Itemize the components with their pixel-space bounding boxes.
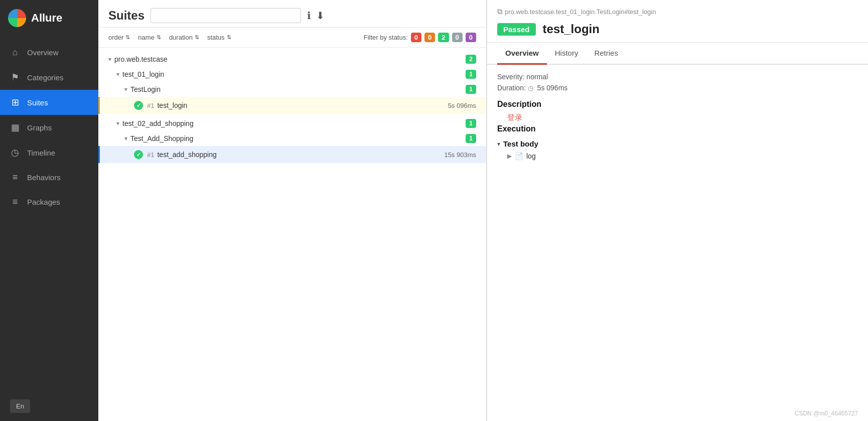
sidebar-item-overview[interactable]: ⌂ Overview xyxy=(0,40,98,65)
test-item-test-add-shopping[interactable]: ✓ #1 test_add_shopping 15s 903ms xyxy=(98,146,486,163)
suite-group-pro-web-testcase: ▾ pro.web.testcase 2 ▾ test_01_login 1 ▾… xyxy=(98,52,486,163)
test-number: #1 xyxy=(147,102,154,109)
detail-tabs: Overview History Retries xyxy=(487,43,868,65)
suite-count: 1 xyxy=(466,119,476,128)
description-title: Description xyxy=(497,100,858,109)
sidebar-footer: En xyxy=(0,391,98,421)
test-duration: 15s 903ms xyxy=(444,151,476,159)
status-badge-failed[interactable]: 0 xyxy=(411,33,421,42)
sidebar-item-behaviors[interactable]: ≡ Behaviors xyxy=(0,165,98,190)
test-item-test-login[interactable]: ✓ #1 test_login 5s 096ms xyxy=(98,97,486,114)
description-text: 登录 xyxy=(507,113,858,122)
suite-row-testlogin[interactable]: ▾ TestLogin 1 xyxy=(98,82,486,97)
suite-name: Test_Add_Shopping xyxy=(130,134,466,143)
suite-row-test02[interactable]: ▾ test_02_add_shopping 1 xyxy=(98,116,486,131)
log-row[interactable]: ▶ 📄 log xyxy=(507,150,858,162)
sidebar-item-graphs[interactable]: ▦ Graphs xyxy=(0,115,98,140)
test-duration: 5s 096ms xyxy=(448,102,476,109)
detail-test-name: test_login xyxy=(543,22,600,36)
tab-retries[interactable]: Retries xyxy=(586,43,626,65)
filter-status: Filter by status: 0 0 2 0 0 xyxy=(364,33,476,42)
suite-count: 1 xyxy=(466,134,476,143)
filter-label: Filter by status: xyxy=(364,34,408,41)
status-badge-unknown[interactable]: 0 xyxy=(466,33,476,42)
breadcrumb-text: pro.web.testcase.test_01_login.TestLogin… xyxy=(505,8,656,16)
sort-order-button[interactable]: order xyxy=(108,34,130,41)
breadcrumb-copy-icon: ⧉ xyxy=(497,7,503,16)
filter-bar: order name duration status Filter by sta… xyxy=(98,28,486,48)
test-body-label: Test body xyxy=(503,139,538,148)
sort-status-button[interactable]: status xyxy=(207,34,231,41)
behaviors-icon: ≡ xyxy=(10,172,20,183)
suite-row-test-add-shopping[interactable]: ▾ Test_Add_Shopping 1 xyxy=(98,131,486,146)
sidebar: Allure ⌂ Overview ⚑ Categories ⊞ Suites … xyxy=(0,0,98,421)
sidebar-item-suites[interactable]: ⊞ Suites xyxy=(0,90,98,115)
chevron-icon: ▾ xyxy=(108,56,111,63)
sort-name-button[interactable]: name xyxy=(138,34,161,41)
clock-icon: ◷ xyxy=(528,84,533,92)
sidebar-item-timeline[interactable]: ◷ Timeline xyxy=(0,140,98,165)
sidebar-item-label-behaviors: Behaviors xyxy=(27,173,61,182)
severity-label: Severity: xyxy=(497,73,524,81)
duration-value: 5s 096ms xyxy=(537,84,568,92)
test-name: test_add_shopping xyxy=(157,151,444,159)
suite-name: TestLogin xyxy=(130,85,466,93)
chevron-icon: ▾ xyxy=(116,120,119,127)
status-badge-passed[interactable]: 2 xyxy=(438,33,449,42)
test-status-passed-icon: ✓ xyxy=(134,150,143,159)
severity-value: normal xyxy=(526,73,548,81)
sidebar-item-categories[interactable]: ⚑ Categories xyxy=(0,65,98,90)
sidebar-item-label-packages: Packages xyxy=(27,198,60,206)
suite-count: 1 xyxy=(466,70,476,79)
search-input[interactable] xyxy=(151,8,301,23)
sidebar-item-label-timeline: Timeline xyxy=(27,149,55,157)
logo-text: Allure xyxy=(31,12,62,25)
suite-group-test02: ▾ test_02_add_shopping 1 ▾ Test_Add_Shop… xyxy=(98,116,486,163)
log-chevron-icon: ▶ xyxy=(507,153,512,160)
suite-group-test-add-shopping: ▾ Test_Add_Shopping 1 ✓ #1 test_add_shop… xyxy=(98,131,486,163)
packages-icon: ≡ xyxy=(10,197,20,207)
test-number: #1 xyxy=(147,151,154,159)
graphs-icon: ▦ xyxy=(10,122,20,133)
status-badge-skipped[interactable]: 0 xyxy=(452,33,463,42)
tab-overview[interactable]: Overview xyxy=(497,43,547,65)
detail-title-row: Passed test_login xyxy=(487,20,868,43)
detail-severity: Severity: normal xyxy=(497,73,858,81)
suites-header: Suites ℹ ⬇ xyxy=(98,0,486,28)
sidebar-item-label-suites: Suites xyxy=(27,98,48,107)
suite-count: 1 xyxy=(466,85,476,94)
suite-name: test_02_add_shopping xyxy=(122,119,466,127)
sidebar-nav: ⌂ Overview ⚑ Categories ⊞ Suites ▦ Graph… xyxy=(0,40,98,391)
suite-row-pro-web-testcase[interactable]: ▾ pro.web.testcase 2 xyxy=(98,52,486,67)
detail-breadcrumb: ⧉ pro.web.testcase.test_01_login.TestLog… xyxy=(487,0,868,20)
overview-icon: ⌂ xyxy=(10,47,20,58)
header-icons: ℹ ⬇ xyxy=(307,10,325,22)
suite-row-test01[interactable]: ▾ test_01_login 1 xyxy=(98,67,486,82)
categories-icon: ⚑ xyxy=(10,72,20,83)
suites-icon: ⊞ xyxy=(10,97,20,108)
test-list: ▾ pro.web.testcase 2 ▾ test_01_login 1 ▾… xyxy=(98,48,486,421)
detail-panel: ⧉ pro.web.testcase.test_01_login.TestLog… xyxy=(487,0,868,421)
language-button[interactable]: En xyxy=(10,399,30,413)
timeline-icon: ◷ xyxy=(10,147,20,158)
detail-duration: Duration: ◷ 5s 096ms xyxy=(497,84,858,92)
tab-history[interactable]: History xyxy=(547,43,587,65)
allure-logo-icon xyxy=(8,9,26,27)
execution-title: Execution xyxy=(497,124,858,133)
status-badge-broken[interactable]: 0 xyxy=(424,33,435,42)
suite-name: test_01_login xyxy=(122,70,466,78)
test-body-row[interactable]: ▾ Test body xyxy=(497,137,858,150)
suites-title: Suites xyxy=(108,9,144,23)
suite-group-test01: ▾ test_01_login 1 ▾ TestLogin 1 ✓ #1 xyxy=(98,67,486,114)
download-button[interactable]: ⬇ xyxy=(316,10,325,22)
sort-duration-button[interactable]: duration xyxy=(169,34,199,41)
sidebar-item-packages[interactable]: ≡ Packages xyxy=(0,190,98,214)
suite-name: pro.web.testcase xyxy=(114,55,466,63)
detail-footer: CSDN @m0_46465727 xyxy=(487,406,868,421)
info-button[interactable]: ℹ xyxy=(307,10,311,22)
suite-group-testlogin: ▾ TestLogin 1 ✓ #1 test_login 5s 096ms xyxy=(98,82,486,114)
test-name: test_login xyxy=(157,101,448,109)
chevron-icon: ▾ xyxy=(124,86,127,93)
suites-panel: Suites ℹ ⬇ order name duration status Fi… xyxy=(98,0,487,421)
watermark-text: CSDN @m0_46465727 xyxy=(795,410,858,417)
